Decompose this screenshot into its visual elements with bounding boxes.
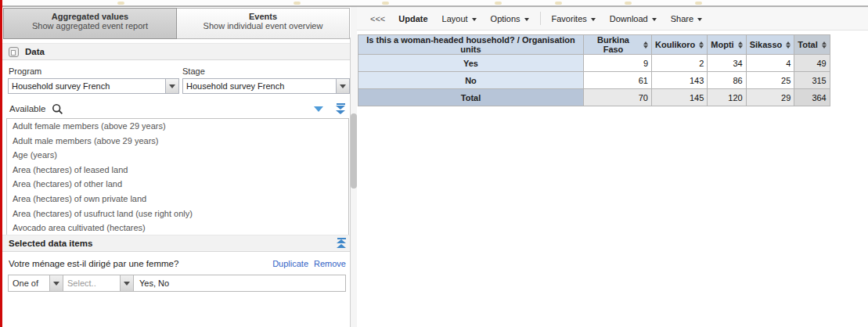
table-cell: 25 xyxy=(746,72,794,89)
column-header-mopti[interactable]: Mopti xyxy=(708,35,746,55)
filter-selected-values: Yes, No xyxy=(134,275,169,291)
stage-select[interactable]: Household survey French xyxy=(182,78,350,94)
download-button[interactable]: Download xyxy=(603,11,664,27)
column-header-burkina-faso[interactable]: Burkina Faso xyxy=(584,35,652,55)
list-item[interactable]: Adult female members (above 29 years) xyxy=(7,119,348,134)
scrollbar-thumb[interactable] xyxy=(351,113,357,189)
list-item[interactable]: Area (hectares) of other land xyxy=(7,177,348,192)
tab-title: Events xyxy=(177,12,349,21)
column-header-sikasso[interactable]: Sikasso xyxy=(746,35,794,55)
remove-link[interactable]: Remove xyxy=(314,259,346,268)
tab-events[interactable]: Events Show individual event overview xyxy=(177,8,350,39)
table-cell-total: 120 xyxy=(708,89,746,106)
operator-select[interactable]: One of xyxy=(9,275,63,291)
search-icon[interactable] xyxy=(52,103,63,115)
top-strip-artifact xyxy=(382,2,389,5)
west-panel-scrollbar[interactable] xyxy=(351,7,357,327)
row-label: No xyxy=(358,72,584,89)
table-cell: 86 xyxy=(708,72,746,89)
left-red-edge xyxy=(0,0,2,327)
table-cell-grand-total: 364 xyxy=(794,89,830,106)
stage-select-trigger[interactable] xyxy=(336,79,349,93)
table-cell-total: 29 xyxy=(746,89,794,106)
column-header-koulikoro[interactable]: Koulikoro xyxy=(652,35,708,55)
column-label: Koulikoro xyxy=(655,40,695,49)
list-item[interactable]: Area (hectares) of leased land xyxy=(7,163,348,178)
dropdown-arrow-icon xyxy=(697,18,702,21)
row-label-total: Total xyxy=(358,89,584,106)
data-section-icon xyxy=(9,47,19,57)
favorites-label: Favorites xyxy=(552,14,587,23)
options-button[interactable]: Options xyxy=(484,11,536,27)
list-item[interactable]: Avocado area cultivated (hectares) xyxy=(7,221,348,235)
top-strip-artifact xyxy=(117,2,124,5)
operator-select-trigger[interactable] xyxy=(49,275,63,291)
available-items-list: Adult female members (above 29 years) Ad… xyxy=(6,118,349,235)
column-label: Burkina Faso xyxy=(587,35,639,54)
update-button[interactable]: Update xyxy=(391,11,434,27)
data-accordion-header[interactable]: Data xyxy=(2,43,352,60)
stage-label: Stage xyxy=(182,66,205,76)
value-select[interactable]: Select.. xyxy=(63,275,134,291)
table-cell-total: 145 xyxy=(652,89,708,106)
table-cell: 9 xyxy=(584,55,652,72)
favorites-button[interactable]: Favorites xyxy=(545,11,603,27)
program-label: Program xyxy=(9,66,41,76)
column-label: Sikasso xyxy=(750,40,783,49)
sort-icon[interactable] xyxy=(786,41,791,49)
table-cell: 61 xyxy=(584,72,652,89)
center-panel: <<< Update Layout Options Favorites Down… xyxy=(357,7,868,327)
west-panel: Aggregated values Show aggregated event … xyxy=(2,7,351,327)
sort-icon[interactable] xyxy=(699,41,704,49)
share-label: Share xyxy=(671,14,693,23)
table-cell: 34 xyxy=(708,55,746,72)
selected-data-items-header: Selected data items xyxy=(2,235,352,252)
table-header-row: Is this a woman-headed household? / Orga… xyxy=(358,35,830,55)
chevron-down-icon xyxy=(53,282,59,286)
table-cell: 4 xyxy=(746,55,794,72)
program-select-trigger[interactable] xyxy=(165,79,178,93)
value-select-trigger[interactable] xyxy=(120,275,133,291)
data-section-title: Data xyxy=(25,47,45,56)
table-cell-total: 70 xyxy=(584,89,652,106)
move-selected-down-icon[interactable] xyxy=(314,106,323,112)
collapse-west-button[interactable]: <<< xyxy=(364,11,391,27)
sort-icon[interactable] xyxy=(822,41,827,49)
table-row: Yes 9 2 34 4 49 xyxy=(358,55,830,72)
available-title: Available xyxy=(9,104,45,113)
column-header-total[interactable]: Total xyxy=(794,35,830,55)
move-all-up-icon[interactable] xyxy=(337,238,346,249)
download-label: Download xyxy=(610,14,648,23)
layout-button[interactable]: Layout xyxy=(435,11,484,27)
share-button[interactable]: Share xyxy=(664,11,709,27)
list-item[interactable]: Age (years) xyxy=(7,148,348,163)
dropdown-arrow-icon xyxy=(591,18,596,21)
dropdown-arrow-icon xyxy=(652,18,657,21)
top-strip-artifact xyxy=(695,2,702,5)
table-total-row: Total 70 145 120 29 364 xyxy=(358,89,830,106)
filter-question-row: Votre ménage est-il dirigé par une femme… xyxy=(9,259,346,268)
dropdown-arrow-icon xyxy=(472,18,477,21)
list-item[interactable]: Adult male members (above 29 years) xyxy=(7,134,348,149)
filter-question: Votre ménage est-il dirigé par une femme… xyxy=(9,259,267,268)
dropdown-arrow-icon xyxy=(524,18,529,21)
pivot-table: Is this a woman-headed household? / Orga… xyxy=(358,34,830,106)
selected-title: Selected data items xyxy=(9,239,92,248)
top-strip-artifact xyxy=(625,2,632,5)
program-select[interactable]: Household survey French xyxy=(8,78,179,94)
list-item[interactable]: Area (hectares) of own private land xyxy=(7,192,348,207)
move-all-down-icon[interactable] xyxy=(336,103,345,114)
program-select-value: Household survey French xyxy=(9,79,165,93)
sort-icon[interactable] xyxy=(643,41,648,49)
top-strip-artifact xyxy=(555,2,562,5)
table-cell-total: 49 xyxy=(794,55,830,72)
list-item[interactable]: Area (hectares) of usufruct land (use ri… xyxy=(7,207,348,221)
corner-header: Is this a woman-headed household? / Orga… xyxy=(358,35,584,55)
tab-title: Aggregated values xyxy=(4,12,176,21)
tab-aggregated-values[interactable]: Aggregated values Show aggregated event … xyxy=(3,8,177,39)
chevron-down-icon xyxy=(340,84,346,88)
column-label: Mopti xyxy=(711,40,733,49)
top-strip-artifact xyxy=(495,2,502,5)
sort-icon[interactable] xyxy=(738,41,743,49)
duplicate-link[interactable]: Duplicate xyxy=(272,259,308,268)
